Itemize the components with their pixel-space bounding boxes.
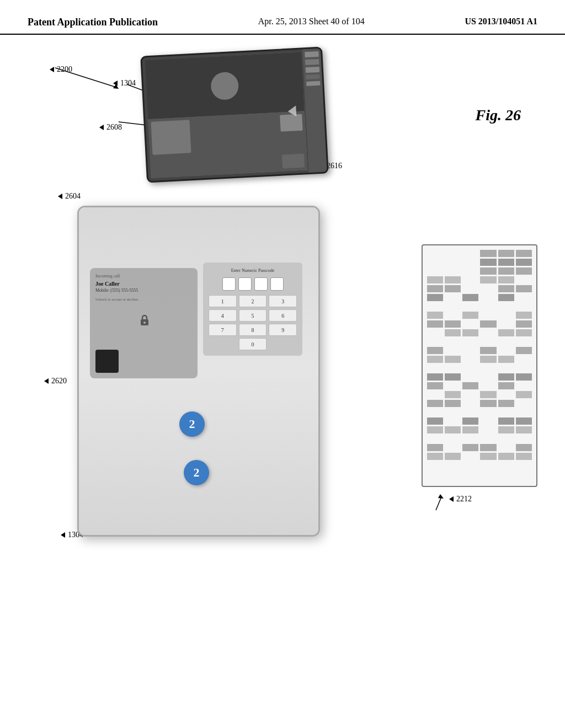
figure-label: Fig. 26: [476, 106, 521, 124]
badge-number-display: 2: [179, 411, 205, 437]
passcode-box-3: [254, 277, 268, 291]
call-header: Incoming call: [95, 274, 192, 279]
passcode-box-4: [270, 277, 284, 291]
key-9[interactable]: 9: [269, 324, 297, 336]
key-2[interactable]: 2: [239, 295, 267, 307]
key-7[interactable]: 7: [209, 324, 237, 336]
label-1304-top: 1304: [113, 79, 136, 88]
top-device: [140, 47, 329, 183]
lock-icon: [140, 315, 150, 326]
label-2620: 2620: [44, 377, 67, 386]
passcode-input-boxes: [209, 277, 297, 291]
caller-name: Joe Caller: [95, 281, 192, 287]
patent-publication-label: Patent Application Publication: [28, 17, 158, 28]
key-6[interactable]: 6: [269, 309, 297, 322]
right-panel-area: 2212: [416, 244, 548, 504]
notification-badge: 2: [184, 460, 209, 485]
main-content: Fig. 26 2200: [0, 35, 565, 708]
label-2200: 2200: [50, 65, 72, 74]
page-header: Patent Application Publication Apr. 25, …: [0, 0, 565, 35]
numpad-keys: 1 2 3 4 5 6 7 8 9 0: [209, 295, 297, 350]
patent-number: US 2013/104051 A1: [465, 17, 537, 26]
main-device-area: 2604 2620 1304 Incoming call Joe Caller …: [55, 189, 342, 553]
app-grid: [427, 250, 532, 460]
passcode-box-2: [238, 277, 252, 291]
key-5[interactable]: 5: [239, 309, 267, 322]
key-3[interactable]: 3: [269, 295, 297, 307]
caller-mobile: Mobile: (555) 555-5555: [95, 288, 192, 293]
key-8[interactable]: 8: [239, 324, 267, 336]
label-2212: 2212: [449, 495, 472, 504]
key-4[interactable]: 4: [209, 309, 237, 322]
label-2608: 2608: [99, 123, 122, 132]
numpad-title: Enter Numeric Passcode: [209, 268, 297, 273]
unlock-text: Unlock to accept or decline.: [95, 297, 192, 302]
label-2604: 2604: [58, 192, 81, 201]
main-device: Incoming call Joe Caller Mobile: (555) 5…: [77, 206, 320, 537]
key-1[interactable]: 1: [209, 295, 237, 307]
svg-marker-16: [287, 105, 296, 117]
svg-point-18: [143, 322, 146, 324]
key-0[interactable]: 0: [239, 338, 267, 350]
passcode-box-1: [222, 277, 236, 291]
numpad-overlay: Enter Numeric Passcode 1 2 3 4 5: [203, 263, 302, 356]
call-notification: Incoming call Joe Caller Mobile: (555) 5…: [90, 268, 198, 378]
caller-avatar: [95, 350, 119, 373]
sheet-info: Apr. 25, 2013 Sheet 40 of 104: [258, 17, 365, 26]
app-grid-panel: [422, 244, 537, 487]
